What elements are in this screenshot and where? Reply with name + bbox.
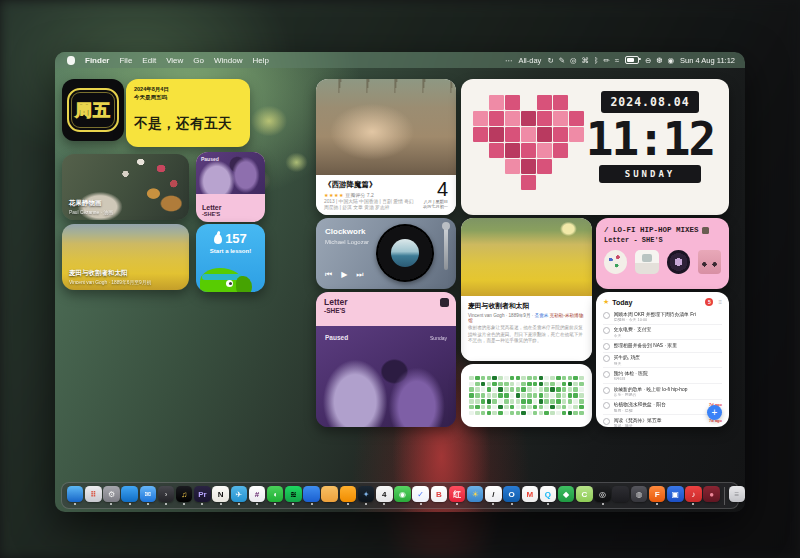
dock-item-firefox[interactable]: F xyxy=(648,486,666,505)
app-amber-icon[interactable] xyxy=(340,486,357,503)
calendar-allday-label[interactable]: All-day xyxy=(518,56,541,65)
netease-music-icon[interactable]: ♪ xyxy=(685,486,702,503)
dock-item-telegram[interactable]: ✈ xyxy=(230,486,248,505)
contribution-cell[interactable] xyxy=(510,411,515,416)
next-track-button[interactable]: ⏭ xyxy=(356,270,363,280)
contribution-cell[interactable] xyxy=(504,376,509,381)
contribution-cell[interactable] xyxy=(498,399,503,404)
finder-icon[interactable] xyxy=(67,486,84,503)
contribution-cell[interactable] xyxy=(556,393,561,398)
dock-item-ticktick[interactable]: ✓ xyxy=(412,486,430,505)
menu-file[interactable]: File xyxy=(119,56,132,65)
dock-item-xiaohongshu[interactable]: 红 xyxy=(448,486,466,505)
status-icon-status-icons-3[interactable]: ⌘ xyxy=(582,56,590,65)
contribution-cell[interactable] xyxy=(527,393,532,398)
cassette-player-thumb[interactable] xyxy=(635,250,658,274)
contribution-cell[interactable] xyxy=(550,405,555,410)
contribution-cell[interactable] xyxy=(527,382,532,387)
reminder-item[interactable]: 整理相册并备份到 NAS · 家里 xyxy=(603,340,722,352)
downloads-icon[interactable]: ≡ xyxy=(729,486,745,503)
contribution-cell[interactable] xyxy=(475,399,480,404)
contribution-cell[interactable] xyxy=(544,387,549,392)
contribution-cell[interactable] xyxy=(521,393,526,398)
contribution-cell[interactable] xyxy=(556,405,561,410)
contribution-cell[interactable] xyxy=(556,382,561,387)
contribution-cell[interactable] xyxy=(544,405,549,410)
firefox-icon[interactable]: F xyxy=(649,486,666,503)
dock-item-bird-dark[interactable]: ✦ xyxy=(357,486,375,505)
contribution-cell[interactable] xyxy=(573,399,578,404)
lofi-playlist-widget[interactable]: / LO-FI HIP-HOP MIXES Letter - SHE'S xyxy=(596,218,729,289)
reminder-item[interactable]: 给植物浇水和换盆 · 阳台每周 · 提醒7d ago xyxy=(603,400,722,416)
dock-item-app-blue[interactable] xyxy=(302,486,320,505)
settings-icon[interactable]: ⚙ xyxy=(103,486,120,503)
app-blue-icon[interactable] xyxy=(303,486,320,503)
vinyl-thumb[interactable] xyxy=(667,250,690,274)
today-reminders-widget[interactable]: ★ Today 5 ≡ 回顾本周 OKR 并整理下周待办清单 Fri提醒我 · … xyxy=(596,292,729,427)
contribution-cell[interactable] xyxy=(510,387,515,392)
dock-item-premiere[interactable]: Pr xyxy=(193,486,211,505)
contribution-cell[interactable] xyxy=(579,393,584,398)
contribution-cell[interactable] xyxy=(469,382,474,387)
status-icon-status-icons-1[interactable]: ✎ xyxy=(559,56,565,65)
ticktick-icon[interactable]: ✓ xyxy=(412,486,429,503)
sticker-thumb[interactable] xyxy=(604,250,627,274)
dock-item-qq-music[interactable]: ♫ xyxy=(175,486,193,505)
music-widget-letter-large[interactable]: Letter -SHE'S Paused Sunday xyxy=(316,292,456,427)
contribution-cell[interactable] xyxy=(469,405,474,410)
contribution-cell[interactable] xyxy=(498,382,503,387)
contribution-cell[interactable] xyxy=(533,405,538,410)
contribution-cell[interactable] xyxy=(539,382,544,387)
contribution-cell[interactable] xyxy=(539,387,544,392)
contribution-cell[interactable] xyxy=(539,405,544,410)
reminder-checkbox[interactable] xyxy=(603,371,610,378)
xiaohongshu-icon[interactable]: 红 xyxy=(449,486,466,503)
menu-edit[interactable]: Edit xyxy=(142,56,156,65)
contribution-cell[interactable] xyxy=(469,411,474,416)
qq-icon[interactable]: Q xyxy=(540,486,557,503)
contribution-cell[interactable] xyxy=(533,411,538,416)
telegram-icon[interactable]: ✈ xyxy=(231,486,248,503)
contribution-cell[interactable] xyxy=(556,376,561,381)
contribution-heatmap-widget[interactable] xyxy=(461,364,592,427)
contribution-cell[interactable] xyxy=(504,393,509,398)
contribution-cell[interactable] xyxy=(492,405,497,410)
dock-item-shield-green[interactable]: ◆ xyxy=(557,486,575,505)
facetime-icon[interactable]: ◉ xyxy=(394,486,411,503)
launchpad-icon[interactable]: ⠿ xyxy=(85,486,102,503)
contribution-cell[interactable] xyxy=(469,399,474,404)
contribution-cell[interactable] xyxy=(504,399,509,404)
battery-icon[interactable] xyxy=(625,56,639,64)
contribution-cell[interactable] xyxy=(516,399,521,404)
gear-dark-icon[interactable]: ◍ xyxy=(631,486,648,503)
contribution-cell[interactable] xyxy=(568,382,573,387)
contribution-cell[interactable] xyxy=(521,405,526,410)
contribution-cell[interactable] xyxy=(498,411,503,416)
contribution-cell[interactable] xyxy=(498,393,503,398)
contribution-cell[interactable] xyxy=(487,393,492,398)
calendar-icon[interactable]: 4 xyxy=(376,486,393,503)
contribution-cell[interactable] xyxy=(533,387,538,392)
contribution-cell[interactable] xyxy=(510,393,515,398)
reminder-checkbox[interactable] xyxy=(603,327,610,334)
contribution-cell[interactable] xyxy=(573,382,578,387)
contribution-cell[interactable] xyxy=(544,393,549,398)
dock-item-settings[interactable]: ⚙ xyxy=(102,486,120,505)
contribution-cell[interactable] xyxy=(562,387,567,392)
contribution-cell[interactable] xyxy=(562,411,567,416)
contribution-cell[interactable] xyxy=(498,387,503,392)
contribution-cell[interactable] xyxy=(481,376,486,381)
contribution-cell[interactable] xyxy=(573,411,578,416)
reminder-checkbox[interactable] xyxy=(603,402,610,409)
contribution-cell[interactable] xyxy=(568,393,573,398)
previous-track-button[interactable]: ⏮ xyxy=(325,270,332,280)
menu-window[interactable]: Window xyxy=(214,56,242,65)
contribution-cell[interactable] xyxy=(481,387,486,392)
contribution-cell[interactable] xyxy=(579,405,584,410)
dock-item-spotify[interactable]: ≋ xyxy=(284,486,302,505)
contribution-cell[interactable] xyxy=(544,376,549,381)
contribution-cell[interactable] xyxy=(556,411,561,416)
contribution-cell[interactable] xyxy=(516,405,521,410)
overflow-icon[interactable]: ⋯ xyxy=(505,56,513,65)
contribution-cell[interactable] xyxy=(498,376,503,381)
